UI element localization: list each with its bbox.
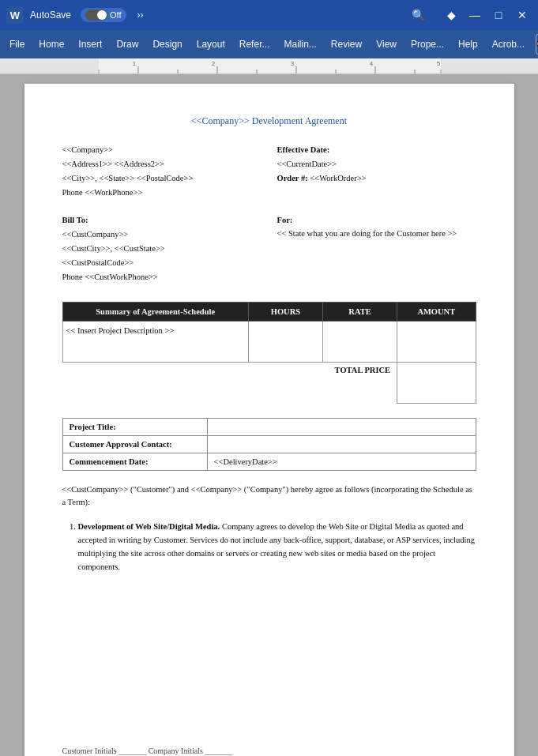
ruler-svg: 1 2 3 4 5 [0,58,538,74]
project-title-label: Project Title: [62,418,207,435]
cust-company: <<CustCompany>> [62,228,261,242]
col-summary: Summary of Agreement-Schedule [62,302,248,321]
header-right: Effective Date: <<CurrentDate>> Order #:… [261,143,476,199]
company-name: <<Company>> [62,143,261,157]
menu-review[interactable]: Review [325,36,368,53]
bill-to-label: Bill To: [62,213,261,228]
amount-cell[interactable] [397,321,476,362]
word-logo: W [6,6,24,24]
autosave-state: Off [110,10,121,20]
search-icon[interactable]: 🔍 [407,7,429,23]
menu-draw[interactable]: Draw [110,36,145,53]
svg-rect-18 [441,58,538,74]
menu-view[interactable]: View [370,36,403,53]
menu-help[interactable]: Help [452,36,484,53]
initials-line: Customer Initials _______ Company Initia… [62,747,476,755]
toggle-track [85,9,107,21]
svg-rect-17 [0,58,99,74]
numbered-list: Development of Web Site/Digital Media. C… [78,521,476,574]
window-controls: ◆ — □ ✕ [442,6,532,24]
toggle-thumb [97,10,107,20]
total-label: TOTAL PRICE [62,362,397,403]
approval-contact-value[interactable] [207,435,476,453]
approval-contact-label: Customer Approval Contact: [62,435,207,453]
commencement-label: Commencement Date: [62,453,207,470]
rate-cell[interactable] [322,321,397,362]
menu-file[interactable]: File [3,36,31,53]
ruler: 1 2 3 4 5 [0,58,538,74]
svg-text:5: 5 [437,60,441,67]
current-date: <<CurrentDate>> [277,157,476,171]
col-amount: AMOUNT [397,302,476,321]
maximize-button[interactable]: □ [489,6,508,24]
table-row: << Insert Project Description >> [62,321,476,362]
autosave-toggle[interactable]: Off [81,8,126,22]
order-value: <<WorkOrder>> [310,174,366,182]
menu-acrobat[interactable]: Acrob... [486,36,531,53]
svg-text:2: 2 [212,60,216,67]
menu-insert[interactable]: Insert [72,36,108,53]
hours-cell[interactable] [248,321,322,362]
menu-home[interactable]: Home [32,36,70,53]
diamond-icon[interactable]: ◆ [442,6,461,24]
address-line: <<Address1>> <<Address2>> [62,157,261,171]
list-item-1: Development of Web Site/Digital Media. C… [78,521,476,574]
order-label: Order #: [277,174,308,182]
document-area: <<Company>> Development Agreement <<Comp… [0,74,538,756]
cust-city-state: <<CustCity>>, <<CustState>> [62,242,261,256]
header-section: <<Company>> <<Address1>> <<Address2>> <<… [62,143,476,199]
title-bar: W AutoSave Off ›› 🔍 ◆ — □ ✕ [0,0,538,30]
for-label: For: [277,213,476,228]
project-title-value[interactable] [207,418,476,435]
info-row-1: Project Title: [62,418,476,435]
effective-date-label: Effective Date: [277,143,476,157]
menu-references[interactable]: Refer... [233,36,277,53]
commencement-value[interactable]: <<DeliveryDate>> [207,453,476,470]
total-value[interactable] [397,362,476,403]
col-rate: RATE [322,302,397,321]
cust-postal: <<CustPostalCode>> [62,256,261,270]
agreement-table: Summary of Agreement-Schedule HOURS RATE… [62,302,476,404]
desc-cell[interactable]: << Insert Project Description >> [62,321,248,362]
svg-text:1: 1 [133,60,137,67]
svg-text:4: 4 [370,60,374,67]
header-left: <<Company>> <<Address1>> <<Address2>> <<… [62,143,261,199]
info-row-2: Customer Approval Contact: [62,435,476,453]
bill-left: Bill To: <<CustCompany>> <<CustCity>>, <… [62,213,261,284]
list-item-1-title: Development of Web Site/Digital Media. [78,522,220,531]
agreement-text: <<CustCompany>> ("Customer") and <<Compa… [62,483,476,510]
svg-text:3: 3 [291,60,295,67]
order-line: Order #: <<WorkOrder>> [277,171,476,186]
for-value: << State what you are doing for the Cust… [277,228,476,241]
menu-bar: File Home Insert Draw Design Layout Refe… [0,30,538,58]
cust-phone: Phone <<CustWorkPhone>> [62,270,261,284]
expand-button[interactable]: ›› [133,8,149,22]
city-state-line: <<City>>, <<State>> <<PostalCode>> [62,171,261,186]
bill-section: Bill To: <<CustCompany>> <<CustCity>>, <… [62,213,476,284]
info-table: Project Title: Customer Approval Contact… [62,418,476,471]
total-row: TOTAL PRICE [62,362,476,403]
menu-layout[interactable]: Layout [190,36,231,53]
app-name: AutoSave [30,9,71,21]
menu-design[interactable]: Design [146,36,188,53]
minimize-button[interactable]: — [465,6,484,24]
menu-mailings[interactable]: Mailin... [277,36,322,53]
effective-label: Effective Date: [277,145,330,154]
menu-properties[interactable]: Prope... [404,36,450,53]
col-hours: HOURS [248,302,322,321]
bill-right: For: << State what you are doing for the… [261,213,476,284]
phone-line: Phone <<WorkPhone>> [62,186,261,200]
close-button[interactable]: ✕ [513,6,532,24]
info-row-3: Commencement Date: <<DeliveryDate>> [62,453,476,470]
page: <<Company>> Development Agreement <<Comp… [24,84,514,756]
page-title: <<Company>> Development Agreement [62,115,476,127]
